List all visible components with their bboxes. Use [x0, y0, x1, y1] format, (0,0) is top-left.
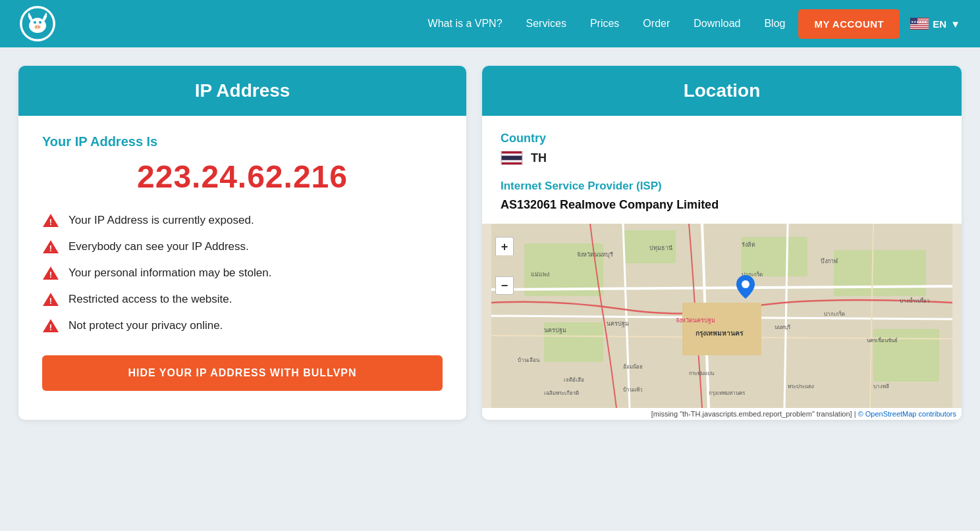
svg-text:บางน้ำเปรี้ยว: บางน้ำเปรี้ยว — [900, 297, 930, 304]
svg-rect-37 — [873, 329, 939, 382]
svg-text:เจดีย์เสือ: เจดีย์เสือ — [564, 376, 584, 383]
warning-icon-5: ! — [42, 317, 59, 334]
warning-text-4: Restricted access to the website. — [68, 293, 232, 306]
ip-address-value: 223.24.62.216 — [42, 159, 443, 195]
svg-rect-14 — [910, 28, 929, 28]
map-credit: [missing "th-TH.javascripts.embed.report… — [482, 408, 962, 420]
map-container: แม่แพง จังหวัดนนทบุรี ปทุมธานี รังสิต บึ… — [482, 224, 962, 408]
nav-blog[interactable]: Blog — [764, 18, 785, 30]
map-controls: + − — [489, 230, 507, 267]
ip-panel-title: IP Address — [195, 80, 290, 101]
map-svg: แม่แพง จังหวัดนนทบุรี ปทุมธานี รังสิต บึ… — [482, 224, 962, 408]
warning-list: ! Your IP Address is currently exposed. … — [42, 212, 443, 334]
hide-ip-button[interactable]: HIDE YOUR IP ADDRESS WITH BULLVPN — [42, 355, 443, 391]
map-location-pin — [736, 275, 755, 301]
svg-text:นนทบุรี: นนทบุรี — [775, 324, 791, 330]
warning-text-3: Your personal information may be stolen. — [68, 266, 271, 280]
warning-text-2: Everybody can see your IP Address. — [68, 240, 249, 253]
svg-rect-29 — [502, 156, 522, 161]
svg-text:บ้านแพ้ว: บ้านแพ้ว — [623, 387, 643, 393]
warning-item-2: ! Everybody can see your IP Address. — [42, 238, 443, 255]
ip-panel-body: Your IP Address Is 223.24.62.216 ! Your … — [18, 116, 466, 412]
svg-text:กรุงเทพมหานคร: กรุงเทพมหานคร — [709, 390, 746, 396]
logo-wrap — [20, 6, 55, 41]
svg-rect-45 — [682, 303, 761, 355]
location-panel-header: Location — [482, 66, 962, 116]
country-code-value: TH — [531, 151, 547, 165]
svg-point-7 — [38, 26, 40, 28]
svg-text:!: ! — [49, 270, 52, 280]
map-credit-text: [missing "th-TH.javascripts.embed.report… — [651, 410, 852, 418]
svg-text:กระทุ่มแบน: กระทุ่มแบน — [689, 370, 715, 376]
svg-text:บางพลี: บางพลี — [873, 384, 889, 390]
osm-credit-link[interactable]: © OpenStreetMap contributors — [858, 410, 956, 418]
your-ip-label: Your IP Address Is — [42, 134, 443, 149]
svg-rect-35 — [834, 250, 926, 296]
main-content: IP Address Your IP Address Is 223.24.62.… — [0, 47, 980, 438]
svg-point-69 — [742, 280, 749, 288]
nav-what-is-vpn[interactable]: What is a VPN? — [428, 18, 503, 30]
svg-text:เฉลิมพระเกียรติ: เฉลิมพระเกียรติ — [544, 390, 579, 396]
svg-point-6 — [36, 26, 37, 28]
svg-text:ปากเกร็ด: ปากเกร็ด — [824, 311, 845, 317]
ip-panel-header: IP Address — [18, 66, 466, 116]
svg-rect-13 — [910, 26, 929, 26]
lang-code: EN — [933, 18, 946, 30]
lang-chevron-icon: ▼ — [950, 18, 960, 30]
nav-prices[interactable]: Prices — [590, 18, 619, 30]
svg-rect-12 — [910, 24, 929, 25]
svg-text:!: ! — [49, 217, 52, 227]
svg-text:นครปฐม: นครปฐม — [607, 320, 629, 328]
warning-item-3: ! Your personal information may be stole… — [42, 265, 443, 282]
location-panel-title: Location — [684, 80, 761, 101]
svg-text:พระประแดง: พระประแดง — [788, 384, 814, 390]
location-panel-body: Country TH Internet Service Provider (IS… — [482, 116, 962, 212]
nav-services[interactable]: Services — [526, 18, 566, 30]
svg-point-5 — [34, 25, 41, 30]
language-selector[interactable]: ★★★★★★ EN ▼ — [910, 18, 960, 30]
svg-text:อ้อมน้อย: อ้อมน้อย — [623, 364, 643, 370]
svg-point-4 — [39, 21, 41, 24]
svg-text:!: ! — [49, 296, 52, 306]
warning-icon-4: ! — [42, 291, 59, 308]
country-label: Country — [501, 132, 943, 145]
warning-icon-3: ! — [42, 265, 59, 282]
header: What is a VPN? Services Prices Order Dow… — [0, 0, 980, 47]
svg-text:บึงกาฬ: บึงกาฬ — [821, 258, 838, 265]
warning-text-1: Your IP Address is currently exposed. — [68, 214, 254, 227]
svg-text:★★★★★★: ★★★★★★ — [911, 20, 927, 24]
warning-item-4: ! Restricted access to the website. — [42, 291, 443, 308]
svg-text:จังหวัดนนทบุรี: จังหวัดนนทบุรี — [577, 251, 613, 259]
warning-item-1: ! Your IP Address is currently exposed. — [42, 212, 443, 229]
svg-text:ปทุมธานี: ปทุมธานี — [649, 245, 672, 252]
svg-text:แม่แพง: แม่แพง — [531, 271, 549, 278]
my-account-button[interactable]: MY ACCOUNT — [798, 9, 900, 39]
logo-icon[interactable] — [20, 6, 55, 41]
thailand-flag-icon — [501, 151, 523, 165]
svg-text:รังสิต: รังสิต — [742, 241, 755, 248]
svg-text:จังหวัดนครปฐม: จังหวัดนครปฐม — [676, 317, 715, 324]
nav-order[interactable]: Order — [643, 18, 670, 30]
warning-item-5: ! Not protect your privacy online. — [42, 317, 443, 334]
svg-point-3 — [34, 21, 36, 24]
svg-text:นครปฐม: นครปฐม — [544, 327, 566, 334]
svg-text:บ้านเลือน: บ้านเลือน — [518, 357, 540, 363]
svg-text:!: ! — [49, 322, 52, 332]
svg-text:นครเขื่อนขันธ์: นครเขื่อนขันธ์ — [867, 336, 898, 343]
warning-text-5: Not protect your privacy online. — [68, 319, 223, 332]
country-row: TH — [501, 151, 943, 165]
isp-label: Internet Service Provider (ISP) — [501, 180, 943, 193]
isp-value: AS132061 Realmove Company Limited — [501, 198, 943, 212]
nav-download[interactable]: Download — [694, 18, 740, 30]
warning-icon-2: ! — [42, 238, 59, 255]
warning-icon-1: ! — [42, 212, 59, 229]
map-zoom-in-button[interactable]: + — [495, 237, 514, 255]
svg-text:!: ! — [49, 243, 52, 253]
map-zoom-out-button[interactable]: − — [495, 276, 514, 295]
svg-text:กรุงเทพมหานคร: กรุงเทพมหานคร — [695, 330, 744, 338]
ip-panel: IP Address Your IP Address Is 223.24.62.… — [18, 66, 466, 420]
main-nav: What is a VPN? Services Prices Order Dow… — [428, 18, 786, 30]
location-panel: Location Country TH Internet Service Pro… — [482, 66, 962, 420]
